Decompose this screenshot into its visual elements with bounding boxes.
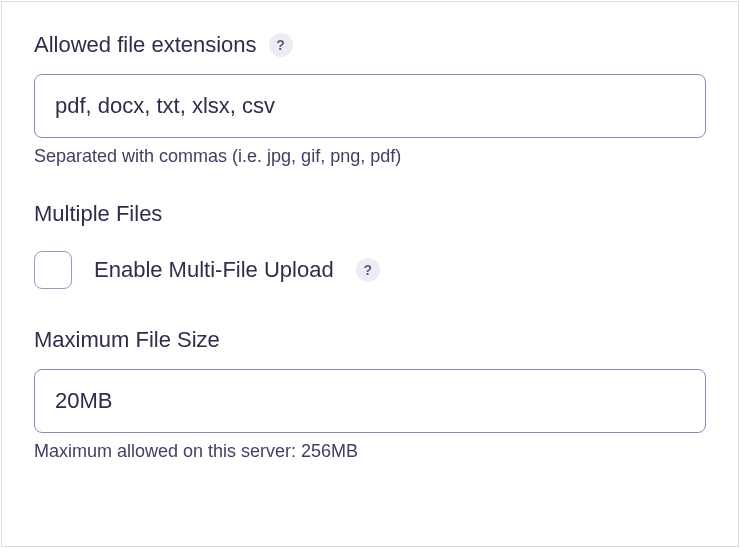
allowed-extensions-group: Allowed file extensions ? Separated with…	[34, 32, 706, 167]
multiple-files-section-label: Multiple Files	[34, 201, 706, 227]
max-file-size-group: Maximum File Size Maximum allowed on thi…	[34, 327, 706, 462]
help-icon[interactable]: ?	[269, 33, 293, 57]
allowed-extensions-input[interactable]	[34, 74, 706, 138]
max-file-size-label: Maximum File Size	[34, 327, 706, 353]
allowed-extensions-helper: Separated with commas (i.e. jpg, gif, pn…	[34, 146, 706, 167]
allowed-extensions-label-row: Allowed file extensions ?	[34, 32, 706, 58]
settings-panel: Allowed file extensions ? Separated with…	[1, 1, 739, 547]
help-icon[interactable]: ?	[356, 258, 380, 282]
multi-file-checkbox-row: Enable Multi-File Upload ?	[34, 251, 706, 289]
max-file-size-input[interactable]	[34, 369, 706, 433]
max-file-size-helper: Maximum allowed on this server: 256MB	[34, 441, 706, 462]
multiple-files-group: Multiple Files Enable Multi-File Upload …	[34, 201, 706, 289]
allowed-extensions-label: Allowed file extensions	[34, 32, 257, 58]
multi-file-checkbox-label: Enable Multi-File Upload	[94, 257, 334, 283]
multi-file-checkbox[interactable]	[34, 251, 72, 289]
